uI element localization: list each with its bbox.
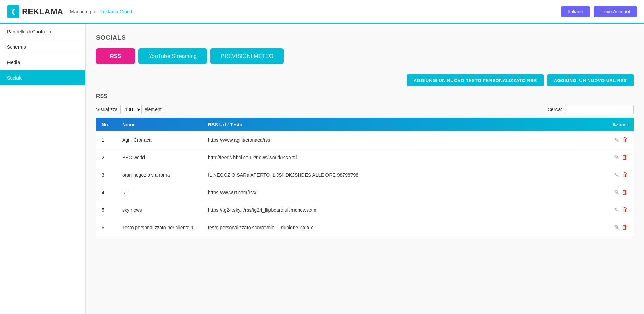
cell-nome: BBC world bbox=[117, 149, 203, 166]
cell-rss: IL NEGOZIO SARà APERTO IL JSHDKJSHDES AL… bbox=[203, 166, 599, 184]
edit-icon[interactable]: ✎ bbox=[614, 154, 619, 161]
action-icons: ✎🗑 bbox=[605, 224, 628, 231]
cell-azione: ✎🗑 bbox=[599, 166, 634, 184]
logo-icon: ❮ bbox=[7, 5, 19, 18]
youtube-button[interactable]: YouTube Streaming bbox=[138, 48, 207, 64]
action-icons: ✎🗑 bbox=[605, 136, 628, 144]
action-icons: ✎🗑 bbox=[605, 154, 628, 161]
cell-no: 1 bbox=[96, 131, 117, 149]
italiano-button[interactable]: Italiano bbox=[561, 6, 590, 17]
per-page-select[interactable]: 10 25 50 100 bbox=[120, 105, 142, 114]
managing-link[interactable]: Reklama Cloud bbox=[100, 9, 133, 14]
cell-azione: ✎🗑 bbox=[599, 201, 634, 219]
cell-azione: ✎🗑 bbox=[599, 184, 634, 201]
cell-no: 6 bbox=[96, 219, 117, 236]
elementi-label: elementi bbox=[145, 107, 163, 112]
account-button[interactable]: Il mio Account bbox=[594, 6, 637, 17]
rss-table: No. Nome RSS Url / Testo Azione 1Agi - C… bbox=[96, 118, 634, 236]
cell-azione: ✎🗑 bbox=[599, 131, 634, 149]
table-controls-right: Cerca: bbox=[547, 105, 634, 114]
cell-no: 4 bbox=[96, 184, 117, 201]
sidebar-item-media[interactable]: Media bbox=[0, 55, 85, 70]
visualizza-label: Visualizza bbox=[96, 107, 118, 112]
main-content: SOCIALS RSS YouTube Streaming PREVISIONI… bbox=[86, 24, 644, 314]
action-icons: ✎🗑 bbox=[605, 189, 628, 196]
table-row: 3orari negozio via romaIL NEGOZIO SARà A… bbox=[96, 166, 634, 184]
cell-nome: RT bbox=[117, 184, 203, 201]
meteo-button[interactable]: PREVISIONI METEO bbox=[210, 48, 284, 64]
col-header-no: No. bbox=[96, 118, 117, 131]
delete-icon[interactable]: 🗑 bbox=[622, 154, 628, 161]
header: ❮ REKLAMA Managing for Reklama Cloud Ita… bbox=[0, 0, 644, 24]
table-row: 4RThttps://www.rt.com/rss/✎🗑 bbox=[96, 184, 634, 201]
cell-nome: Testo personalizzato per cliente 1 bbox=[117, 219, 203, 236]
cell-nome: orari negozio via roma bbox=[117, 166, 203, 184]
cell-nome: Agi - Cronaca bbox=[117, 131, 203, 149]
cell-rss: https://www.rt.com/rss/ bbox=[203, 184, 599, 201]
cell-rss: http://feeds.bbci.co.uk/news/world/rss.x… bbox=[203, 149, 599, 166]
layout: Pannello di Controllo Schermo Media Soci… bbox=[0, 24, 644, 314]
action-icons: ✎🗑 bbox=[605, 206, 628, 214]
action-icons: ✎🗑 bbox=[605, 171, 628, 179]
col-header-rss: RSS Url / Testo bbox=[203, 118, 599, 131]
table-header-row: No. Nome RSS Url / Testo Azione bbox=[96, 118, 634, 131]
cell-azione: ✎🗑 bbox=[599, 219, 634, 236]
edit-icon[interactable]: ✎ bbox=[614, 189, 619, 196]
sidebar-item-pannello[interactable]: Pannello di Controllo bbox=[0, 24, 85, 39]
cell-rss: testo personalizzato scorrevole.... riun… bbox=[203, 219, 599, 236]
edit-icon[interactable]: ✎ bbox=[614, 136, 619, 144]
col-header-azione: Azione bbox=[599, 118, 634, 131]
table-row: 2BBC worldhttp://feeds.bbci.co.uk/news/w… bbox=[96, 149, 634, 166]
delete-icon[interactable]: 🗑 bbox=[622, 189, 628, 196]
cell-no: 2 bbox=[96, 149, 117, 166]
header-left: ❮ REKLAMA Managing for Reklama Cloud bbox=[7, 5, 132, 18]
delete-icon[interactable]: 🗑 bbox=[622, 136, 628, 144]
edit-icon[interactable]: ✎ bbox=[614, 171, 619, 179]
logo-text: REKLAMA bbox=[22, 7, 63, 16]
cell-no: 3 bbox=[96, 166, 117, 184]
socials-title: SOCIALS bbox=[96, 34, 634, 42]
header-right: Italiano Il mio Account bbox=[561, 6, 637, 17]
managing-text: Managing for Reklama Cloud bbox=[70, 9, 132, 14]
action-buttons: AGGIUNGI UN NUOVO TESTO PERSONALIZZATO R… bbox=[96, 74, 634, 86]
delete-icon[interactable]: 🗑 bbox=[622, 224, 628, 231]
social-buttons: RSS YouTube Streaming PREVISIONI METEO bbox=[96, 48, 634, 64]
table-row: 5sky newshttps://tg24.sky.it/rss/tg24_fl… bbox=[96, 201, 634, 219]
table-controls-left: Visualizza 10 25 50 100 elementi bbox=[96, 105, 163, 114]
logo: ❮ REKLAMA bbox=[7, 5, 63, 18]
cerca-label: Cerca: bbox=[547, 107, 562, 112]
table-row: 6Testo personalizzato per cliente 1testo… bbox=[96, 219, 634, 236]
cell-rss: https://www.agi.it/cronaca/rss bbox=[203, 131, 599, 149]
sidebar-item-sociale[interactable]: Sociale bbox=[0, 70, 85, 86]
add-url-button[interactable]: AGGIUNGI UN NUOVO URL RSS bbox=[547, 74, 634, 86]
sidebar-item-schermo[interactable]: Schermo bbox=[0, 39, 85, 55]
add-testo-button[interactable]: AGGIUNGI UN NUOVO TESTO PERSONALIZZATO R… bbox=[407, 74, 544, 86]
table-controls: Visualizza 10 25 50 100 elementi Cerca: bbox=[96, 105, 634, 114]
search-input[interactable] bbox=[565, 105, 634, 114]
edit-icon[interactable]: ✎ bbox=[614, 224, 619, 231]
sidebar: Pannello di Controllo Schermo Media Soci… bbox=[0, 24, 86, 314]
managing-label: Managing for bbox=[70, 9, 98, 14]
rss-section-title: RSS bbox=[96, 93, 634, 100]
cell-azione: ✎🗑 bbox=[599, 149, 634, 166]
delete-icon[interactable]: 🗑 bbox=[622, 206, 628, 214]
col-header-nome: Nome bbox=[117, 118, 203, 131]
cell-no: 5 bbox=[96, 201, 117, 219]
delete-icon[interactable]: 🗑 bbox=[622, 171, 628, 179]
cell-rss: https://tg24.sky.it/rss/tg24_flipboard.u… bbox=[203, 201, 599, 219]
edit-icon[interactable]: ✎ bbox=[614, 206, 619, 214]
rss-button[interactable]: RSS bbox=[96, 48, 135, 64]
cell-nome: sky news bbox=[117, 201, 203, 219]
table-row: 1Agi - Cronacahttps://www.agi.it/cronaca… bbox=[96, 131, 634, 149]
